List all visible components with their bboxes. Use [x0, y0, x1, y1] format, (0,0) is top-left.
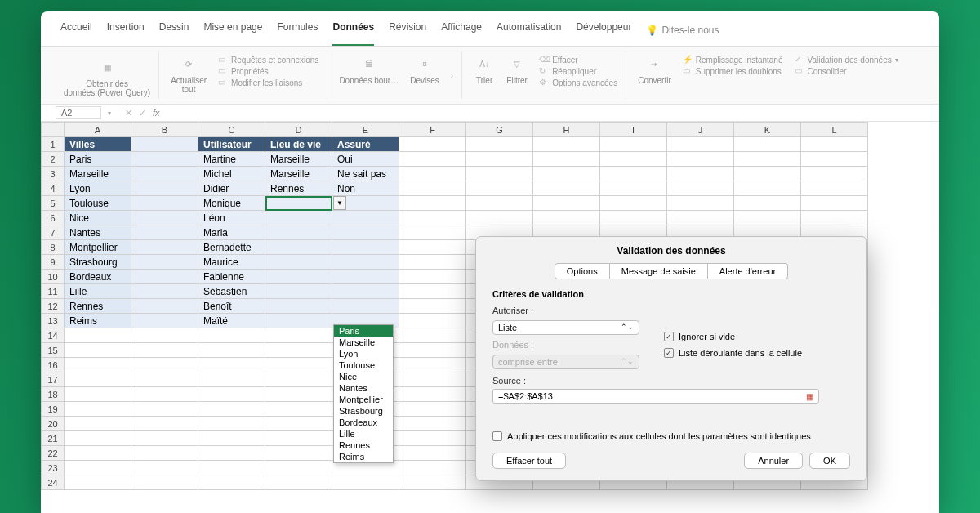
cell[interactable] — [131, 211, 198, 225]
cell[interactable] — [65, 475, 131, 490]
cell[interactable]: Michel — [198, 167, 265, 181]
select-all-corner[interactable] — [42, 123, 65, 137]
row-header[interactable]: 12 — [42, 299, 65, 314]
cell[interactable] — [131, 196, 198, 211]
cell[interactable] — [131, 181, 198, 196]
cell[interactable] — [131, 372, 198, 387]
cell[interactable] — [332, 284, 399, 299]
cell[interactable] — [131, 152, 198, 167]
cell[interactable]: Utilisateur — [198, 137, 265, 152]
ok-button[interactable]: OK — [809, 453, 850, 469]
tab-automatisation[interactable]: Automatisation — [497, 18, 561, 46]
cell[interactable] — [801, 137, 868, 152]
cell[interactable] — [265, 211, 332, 225]
cell[interactable] — [131, 358, 198, 372]
cell[interactable] — [801, 196, 868, 211]
cell[interactable] — [65, 387, 131, 402]
get-data-icon[interactable]: ▦ — [96, 56, 118, 78]
cell[interactable] — [65, 343, 131, 358]
cell[interactable] — [600, 137, 667, 152]
row-header[interactable]: 22 — [42, 446, 65, 461]
cell[interactable] — [801, 211, 868, 225]
cell[interactable] — [533, 196, 600, 211]
currency-icon[interactable]: ¤ — [414, 53, 435, 74]
cell[interactable] — [131, 343, 198, 358]
cell[interactable] — [734, 196, 801, 211]
row-header[interactable]: 6 — [42, 211, 65, 225]
row-header[interactable]: 1 — [42, 137, 65, 152]
cell[interactable] — [265, 431, 332, 446]
cell[interactable]: Maïté — [198, 314, 265, 328]
cell[interactable] — [399, 196, 466, 211]
row-header[interactable]: 8 — [42, 240, 65, 255]
row-header[interactable]: 16 — [42, 358, 65, 372]
cell[interactable] — [265, 255, 332, 270]
in-cell-dropdown-checkbox[interactable]: ✓Liste déroulante dans la cellule — [664, 348, 802, 358]
filter-icon[interactable]: ▽ — [506, 53, 528, 74]
cell[interactable] — [734, 167, 801, 181]
tab-affichage[interactable]: Affichage — [441, 18, 482, 46]
cell[interactable] — [265, 358, 332, 372]
tab-donnees[interactable]: Données — [332, 18, 374, 46]
dropdown-arrow-icon[interactable]: ▼ — [333, 196, 346, 210]
cell[interactable] — [65, 461, 131, 475]
cell[interactable] — [332, 475, 399, 490]
cell[interactable] — [265, 240, 332, 255]
cell[interactable] — [131, 328, 198, 343]
cell[interactable] — [399, 225, 466, 240]
cell[interactable]: Bordeaux — [65, 270, 131, 284]
cell[interactable] — [332, 299, 399, 314]
cell[interactable] — [265, 475, 332, 490]
cell[interactable] — [399, 284, 466, 299]
cell[interactable]: Martine — [198, 152, 265, 167]
cell-dropdown-list[interactable]: ParisMarseilleLyonToulouseNiceNantesMont… — [333, 324, 394, 463]
cell[interactable] — [734, 137, 801, 152]
cell[interactable] — [399, 358, 466, 372]
row-header[interactable]: 11 — [42, 284, 65, 299]
cell[interactable] — [265, 270, 332, 284]
row-header[interactable]: 10 — [42, 270, 65, 284]
cell[interactable] — [332, 225, 399, 240]
cell[interactable] — [265, 446, 332, 461]
cell[interactable]: Maria — [198, 225, 265, 240]
cell[interactable] — [399, 402, 466, 417]
dropdown-option[interactable]: Toulouse — [334, 359, 393, 371]
cell[interactable] — [466, 196, 533, 211]
col-header-k[interactable]: K — [734, 123, 801, 137]
cell[interactable] — [466, 181, 533, 196]
cell[interactable] — [600, 167, 667, 181]
cell[interactable] — [667, 181, 734, 196]
cell[interactable] — [131, 167, 198, 181]
row-header[interactable]: 18 — [42, 387, 65, 402]
cell[interactable] — [265, 387, 332, 402]
queries-button[interactable]: ▭Requêtes et connexions — [218, 55, 318, 65]
cell[interactable]: Nantes — [65, 225, 131, 240]
cell[interactable] — [65, 372, 131, 387]
cell[interactable] — [399, 461, 466, 475]
cell[interactable]: Bernadette — [198, 240, 265, 255]
cell[interactable]: Villes — [65, 137, 131, 152]
advanced-options-button[interactable]: ⚙Options avancées — [539, 78, 617, 87]
cell[interactable] — [65, 417, 131, 431]
tab-formules[interactable]: Formules — [277, 18, 318, 46]
col-header-i[interactable]: I — [600, 123, 667, 137]
cell[interactable] — [265, 225, 332, 240]
cell[interactable] — [399, 152, 466, 167]
cell[interactable]: Oui — [332, 152, 399, 167]
cell[interactable]: Fabienne — [198, 270, 265, 284]
cell[interactable]: Benoît — [198, 299, 265, 314]
allow-select[interactable]: Liste⌃⌄ — [492, 320, 639, 335]
cell[interactable] — [734, 181, 801, 196]
row-header[interactable]: 2 — [42, 152, 65, 167]
cell[interactable] — [399, 270, 466, 284]
cell[interactable]: Lyon — [65, 181, 131, 196]
cell[interactable] — [466, 137, 533, 152]
row-header[interactable]: 5 — [42, 196, 65, 211]
cell[interactable] — [265, 284, 332, 299]
col-header-d[interactable]: D — [265, 123, 332, 137]
cell[interactable] — [198, 387, 265, 402]
cell[interactable] — [332, 240, 399, 255]
dropdown-option[interactable]: Marseille — [334, 337, 393, 348]
cell[interactable]: Ne sait pas — [332, 167, 399, 181]
col-header-a[interactable]: A — [65, 123, 131, 137]
